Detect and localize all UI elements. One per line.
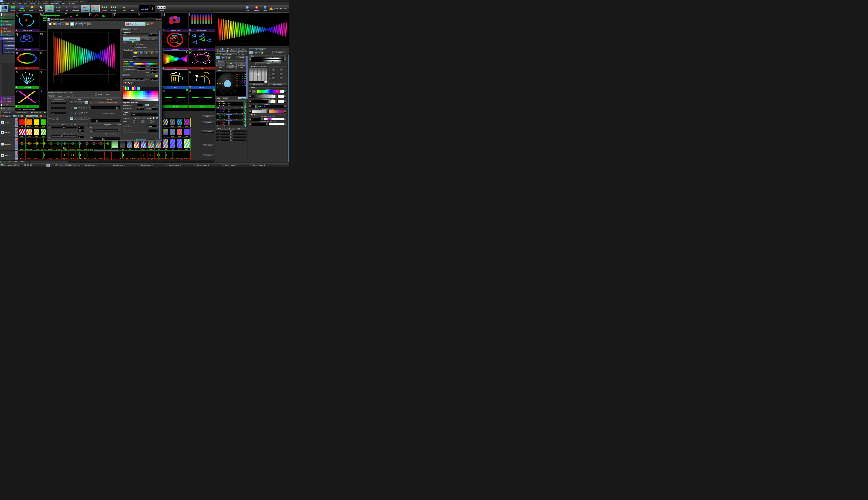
- base-image-paste-button[interactable]: [149, 51, 154, 55]
- fx-cell-noise-4[interactable]: Noise 4: [105, 151, 112, 160]
- pre-effect-delay-marker[interactable]: △: [123, 128, 124, 129]
- size-right-button[interactable]: ▶|: [284, 57, 286, 61]
- fx-cell-color[interactable]: Color: [183, 138, 191, 150]
- bpm-display[interactable]: 121.9BPM: [139, 5, 156, 12]
- fx-cell-rad-waves[interactable]: Rad Waves: [162, 151, 169, 160]
- sidebar-item-test-patterns[interactable]: Test Patterns: [0, 103, 15, 106]
- tab-per-l4[interactable]: 4Per L: [39, 115, 47, 117]
- wave-square-button[interactable]: ⊓: [78, 112, 81, 114]
- palette-color[interactable]: [127, 95, 129, 97]
- cue-cell-I[interactable]: IDancing Blobs: [189, 12, 215, 32]
- mirror-yz-button[interactable]: YZ: [137, 117, 141, 120]
- dialog-capture-button[interactable]: [87, 22, 91, 26]
- palette-color[interactable]: [142, 97, 145, 99]
- reflect-z[interactable]: Z: [150, 121, 154, 123]
- size-slider[interactable]: ➜: [251, 59, 284, 62]
- tab-effect[interactable]: ΣEffect: [237, 53, 247, 55]
- rotation-knob-z-a[interactable]: [272, 77, 275, 80]
- palette-color[interactable]: [129, 97, 131, 99]
- cue-cell-Z[interactable]: ZX: [15, 89, 39, 108]
- row-expand-button[interactable]: ▶: [1, 154, 4, 157]
- saturation-shift-slider[interactable]: [251, 110, 284, 113]
- menu-help[interactable]: Help: [62, 3, 65, 4]
- depth-bar[interactable]: [249, 81, 267, 83]
- clock-button[interactable]: Clock: [216, 97, 221, 99]
- palette-color[interactable]: [141, 91, 142, 93]
- scale-tick-label[interactable]: 4x: [241, 125, 243, 127]
- fx-cell-block-he-[interactable]: Block He...: [140, 151, 148, 160]
- palette-color[interactable]: [135, 95, 137, 97]
- menu-update[interactable]: Update: [43, 3, 48, 4]
- fx-row-stop-motion[interactable]: ✕Stop: [15, 151, 19, 160]
- fx-row-stop-color[interactable]: ✕Stop: [15, 118, 19, 127]
- page-button-1[interactable]: 1..: [0, 161, 7, 163]
- cue-cell-a[interactable]: aFireworks 4: [15, 70, 39, 89]
- menu-run[interactable]: Run: [38, 3, 41, 4]
- size-handle[interactable]: [272, 57, 273, 59]
- palette-color[interactable]: [142, 95, 145, 97]
- dialog-grid-view-button[interactable]: [70, 22, 74, 26]
- palette-slot[interactable]: [132, 87, 134, 90]
- mirror-2d-2-button[interactable]: [153, 117, 156, 120]
- fx-cell-color[interactable]: Color: [176, 138, 184, 150]
- wave-sine-button[interactable]: ∿: [70, 112, 73, 114]
- clear-button[interactable]: Clear: [226, 66, 236, 69]
- wave-sine-button[interactable]: ∿: [146, 104, 149, 106]
- wave-noise-button[interactable]: ⋱: [81, 112, 84, 114]
- fx-action-button-3[interactable]: FX 3 Action: [202, 144, 214, 146]
- palette-color[interactable]: [137, 91, 139, 93]
- projector-5[interactable]: ✔Demo Projector 5: [166, 164, 193, 166]
- palette-color[interactable]: [123, 95, 125, 97]
- position-rotation-header[interactable]: Position and Rotation: [249, 66, 287, 68]
- scale-tick-label[interactable]: 1x: [230, 125, 231, 127]
- reset-rotation-button[interactable]: Reset rotation: [268, 83, 287, 86]
- fx-line-header[interactable]: FX line Clock&Beam time shift: [216, 128, 247, 130]
- transition-button[interactable]: ●●●●●Transition: [81, 5, 90, 12]
- sidebar-item-beams[interactable]: Beams: [0, 26, 15, 30]
- wave-triangle-button[interactable]: V: [74, 106, 77, 109]
- tab-quicktrace[interactable]: ◆QuickTrace: [29, 111, 43, 114]
- palette-color[interactable]: [141, 99, 142, 101]
- fx-cell-noise-1[interactable]: Noise 1: [83, 151, 90, 160]
- virtual-lj-button[interactable]: ▶▶▶Virtual LJ: [156, 5, 167, 12]
- palette-color[interactable]: [141, 93, 142, 95]
- scale-tick-label[interactable]: 2x: [236, 125, 237, 127]
- grid-button[interactable]: Grid: [0, 5, 8, 12]
- window-view-button[interactable]: [254, 51, 259, 54]
- dialog-new-button[interactable]: [48, 22, 52, 26]
- mirror-yx-button[interactable]: YX: [142, 117, 146, 120]
- palette-color[interactable]: [145, 93, 147, 95]
- pause-button[interactable]: Pause: [262, 5, 269, 12]
- wave-noise-button[interactable]: ⋱: [81, 106, 84, 109]
- brush-remove-color-button[interactable]: −: [127, 82, 131, 85]
- wave-square-button[interactable]: ⊓: [78, 101, 81, 104]
- brush-mode-dropdown[interactable]: Intra-image gradient cycle: [123, 78, 145, 81]
- palette-color[interactable]: [149, 91, 151, 93]
- row-expand-button[interactable]: ▶: [1, 143, 4, 146]
- tab-time-control[interactable]: Time Control: [216, 53, 236, 55]
- sidebar-item-brush-abstracts-3[interactable]: Brush Abstracts 3: [2, 47, 15, 50]
- hue-shift-right-button[interactable]: ▶|: [284, 105, 286, 107]
- overall-frequency-value[interactable]: 0.00▲▼: [137, 65, 145, 68]
- wave-sine-button[interactable]: ∿: [70, 106, 73, 109]
- palette-color[interactable]: [131, 95, 133, 97]
- color-cycle-gradient[interactable]: [123, 63, 159, 65]
- projector-8[interactable]: ✔Demo Projector 8: [250, 164, 277, 166]
- layers-view-button[interactable]: [21, 115, 23, 117]
- fx-cell-warmtemp[interactable]: WarmTemp: [176, 151, 184, 160]
- fx-cell-strobe[interactable]: Strobe: [33, 151, 40, 160]
- shape-option-as-is[interactable]: As is: [132, 41, 138, 43]
- stop-fx-button[interactable]: ✕Stop FX: [0, 115, 12, 117]
- brightness-right-button[interactable]: ▶|: [284, 95, 286, 98]
- set-a-b-clear-button[interactable]: ⧉Set A, Set B, Clear: [237, 62, 247, 69]
- multi-cue-button[interactable]: 123Multi cue: [100, 5, 109, 12]
- points-value[interactable]: 100▲▼: [149, 33, 158, 36]
- animation-speed-handle[interactable]: [261, 118, 264, 121]
- blank-mask-value[interactable]: 57▲▼: [137, 68, 145, 70]
- base-image-section-header[interactable]: Base Image: [122, 49, 159, 51]
- dialog-pin-button[interactable]: [156, 19, 158, 21]
- reverse-playing-cues-button[interactable]: ⇄Reverse playing cues: [216, 62, 226, 69]
- enable-z-checkbox[interactable]: [95, 93, 97, 95]
- size-section-header[interactable]: Size: [249, 55, 287, 57]
- layers-view-button[interactable]: [226, 56, 231, 59]
